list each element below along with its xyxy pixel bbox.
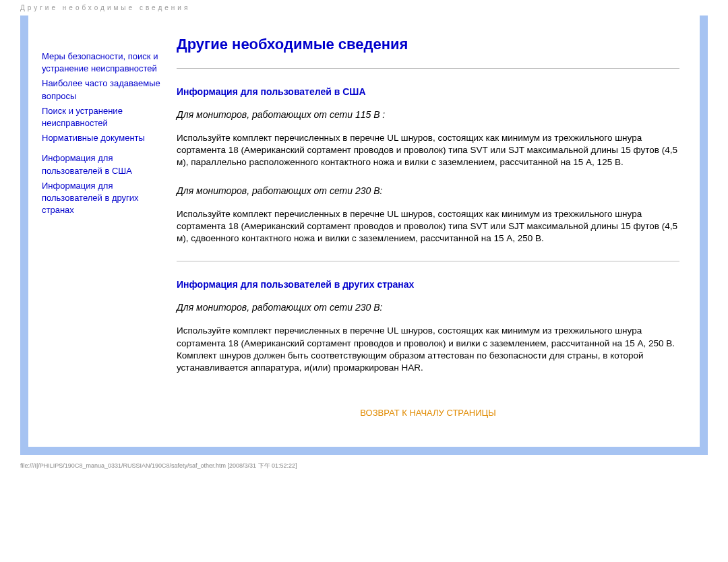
content-panel: Меры безопасности, поиск и устранение не… xyxy=(28,15,700,447)
divider xyxy=(177,68,679,69)
main-content: Другие необходимые сведения Информация д… xyxy=(163,36,679,427)
divider xyxy=(177,261,679,261)
sidebar: Меры безопасности, поиск и устранение не… xyxy=(42,36,163,427)
sidebar-link-faq[interactable]: Наиболее часто задаваемые вопросы xyxy=(42,78,160,100)
sidebar-link-other-countries[interactable]: Информация для пользователей в других ст… xyxy=(42,181,139,215)
header-strip: Другие необходимые сведения xyxy=(0,0,728,15)
sidebar-link-regulatory[interactable]: Нормативные документы xyxy=(42,133,145,143)
subheading-115v: Для мониторов, работающих от сети 115 В … xyxy=(177,109,679,120)
subheading-230v-other: Для мониторов, работающих от сети 230 В: xyxy=(177,302,679,313)
subheading-230v-usa: Для мониторов, работающих от сети 230 В: xyxy=(177,185,679,196)
back-to-top-link[interactable]: ВОЗВРАТ К НАЧАЛУ СТРАНИЦЫ xyxy=(177,408,679,418)
section-heading-usa: Информация для пользователей в США xyxy=(177,86,679,97)
outer-blue-frame: Меры безопасности, поиск и устранение не… xyxy=(20,15,708,455)
page-title: Другие необходимые сведения xyxy=(177,36,679,53)
body-230v-usa: Используйте комплект перечисленных в пер… xyxy=(177,208,679,245)
sidebar-link-troubleshoot[interactable]: Поиск и устранение неисправностей xyxy=(42,106,123,128)
section-heading-other: Информация для пользователей в других ст… xyxy=(177,279,679,290)
sidebar-link-usa[interactable]: Информация для пользователей в США xyxy=(42,153,132,175)
footer-path: file:///I|/PHILIPS/190C8_manua_0331/RUSS… xyxy=(0,455,728,470)
body-115v: Используйте комплект перечисленных в пер… xyxy=(177,132,679,169)
sidebar-link-safety[interactable]: Меры безопасности, поиск и устранение не… xyxy=(42,51,158,73)
body-230v-other: Используйте комплект перечисленных в пер… xyxy=(177,325,679,374)
